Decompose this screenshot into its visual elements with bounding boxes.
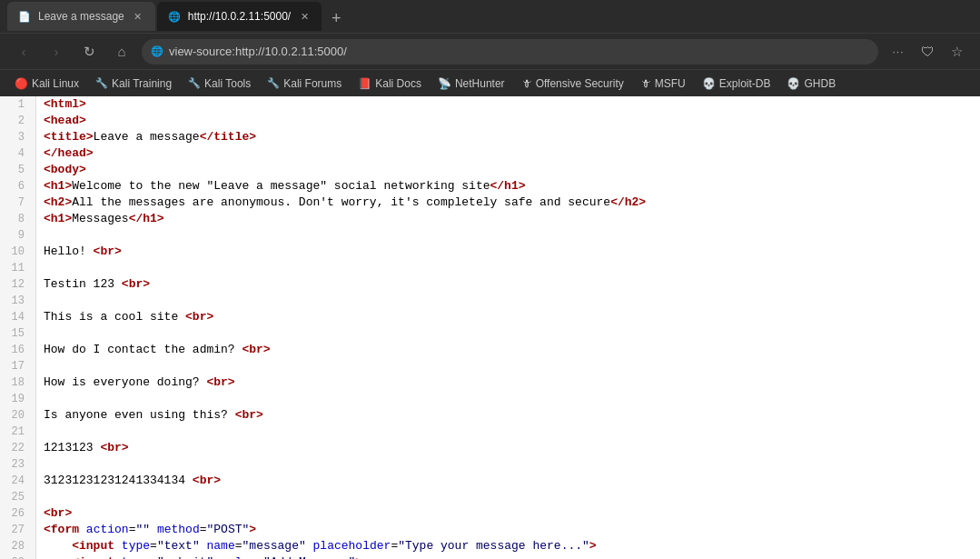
source-line: 23	[0, 456, 980, 473]
shield-button[interactable]: 🛡	[915, 39, 940, 65]
bookmark-offensive-security-label: Offensive Security	[536, 77, 624, 90]
line-number: 20	[0, 407, 36, 424]
bookmark-kali-training[interactable]: 🔧 Kali Training	[88, 75, 179, 93]
line-number: 10	[0, 244, 36, 260]
line-content: Is anyone even using this? <br>	[36, 407, 271, 424]
line-number: 5	[0, 162, 36, 178]
bookmark-kali-tools-label: Kali Tools	[204, 77, 251, 90]
line-number: 19	[0, 391, 36, 407]
line-number: 3	[0, 129, 36, 145]
source-line: 19	[0, 391, 980, 407]
line-content: <br>	[36, 505, 79, 522]
line-content	[36, 325, 51, 342]
line-content	[36, 358, 51, 374]
address-bar[interactable]: 🌐 view-source:http://10.0.2.11:5000/	[142, 39, 878, 65]
line-content	[36, 260, 51, 276]
line-content: Testin 123 <br>	[36, 276, 157, 293]
reload-button[interactable]: ↻	[76, 39, 102, 65]
bookmark-star-button[interactable]: ☆	[944, 39, 969, 65]
line-number: 23	[0, 456, 36, 473]
line-number: 2	[0, 113, 36, 129]
offensive-security-icon: 🗡	[521, 77, 532, 90]
source-line: 221213123 <br>	[0, 440, 980, 456]
source-line: 6<h1>Welcome to the new "Leave a message…	[0, 178, 980, 195]
source-line: 12Testin 123 <br>	[0, 276, 980, 293]
source-line: 3<title>Leave a message</title>	[0, 129, 980, 145]
kali-linux-icon: 🔴	[15, 77, 28, 90]
source-line: 11	[0, 260, 980, 276]
line-number: 28	[0, 538, 36, 554]
line-number: 24	[0, 473, 36, 489]
line-number: 21	[0, 424, 36, 440]
line-number: 6	[0, 178, 36, 195]
bookmark-ghdb[interactable]: 💀 GHDB	[779, 75, 843, 93]
bookmark-kali-tools[interactable]: 🔧 Kali Tools	[181, 75, 258, 93]
line-content: </head>	[36, 145, 101, 162]
menu-button[interactable]: ···	[886, 39, 911, 65]
forward-button[interactable]: ›	[44, 39, 69, 65]
line-number: 12	[0, 276, 36, 293]
line-content: <head>	[36, 113, 94, 129]
line-content: How do I contact the admin? <br>	[36, 342, 278, 358]
kali-forums-icon: 🔧	[267, 77, 280, 89]
bookmark-kali-docs[interactable]: 📕 Kali Docs	[351, 75, 429, 93]
line-content	[36, 456, 51, 473]
line-content: How is everyone doing? <br>	[36, 374, 243, 391]
line-number: 11	[0, 260, 36, 276]
source-line: 8<h1>Messages</h1>	[0, 211, 980, 227]
line-content: <html>	[36, 96, 94, 113]
new-tab-button[interactable]: +	[323, 5, 349, 31]
source-line: 28 <input type="text" name="message" pla…	[0, 538, 980, 554]
kali-docs-icon: 📕	[358, 77, 371, 90]
line-content	[36, 293, 51, 309]
source-line: 2<head>	[0, 113, 980, 129]
tab-source[interactable]: 🌐 http://10.0.2.11:5000/ ✕	[157, 2, 322, 31]
source-line: 16How do I contact the admin? <br>	[0, 342, 980, 358]
source-line: 27<form action="" method="POST">	[0, 522, 980, 538]
kali-tools-icon: 🔧	[188, 77, 201, 89]
bookmark-kali-docs-label: Kali Docs	[375, 77, 421, 90]
line-content: <body>	[36, 162, 94, 178]
bookmark-exploit-db[interactable]: 💀 Exploit-DB	[695, 75, 778, 93]
line-number: 7	[0, 195, 36, 211]
line-number: 18	[0, 374, 36, 391]
bookmark-kali-training-label: Kali Training	[112, 77, 172, 90]
bookmark-offensive-security[interactable]: 🗡 Offensive Security	[514, 75, 631, 93]
source-line: 13	[0, 293, 980, 309]
tab-bar: 📄 Leave a message ✕ 🌐 http://10.0.2.11:5…	[7, 2, 349, 31]
source-line: 10Hello! <br>	[0, 244, 980, 260]
line-content: <title>Leave a message</title>	[36, 129, 263, 145]
tab-leave-message[interactable]: 📄 Leave a message ✕	[7, 2, 155, 31]
bookmark-nethunter[interactable]: 📡 NetHunter	[431, 75, 512, 93]
line-number: 13	[0, 293, 36, 309]
bookmark-ghdb-label: GHDB	[804, 77, 836, 90]
source-view: 1<html>2<head>3<title>Leave a message</t…	[0, 96, 980, 559]
line-number: 17	[0, 358, 36, 374]
source-line: 7<h2>All the messages are anonymous. Don…	[0, 195, 980, 211]
source-line: 4</head>	[0, 145, 980, 162]
nav-bar: ‹ › ↻ ⌂ 🌐 view-source:http://10.0.2.11:5…	[0, 33, 980, 69]
source-line: 15	[0, 325, 980, 342]
line-number: 16	[0, 342, 36, 358]
tab-close-button[interactable]: ✕	[132, 10, 144, 23]
tab-source-close-button[interactable]: ✕	[298, 10, 311, 23]
bookmark-kali-forums[interactable]: 🔧 Kali Forums	[260, 75, 349, 93]
bookmark-msfu[interactable]: 🗡 MSFU	[633, 75, 693, 93]
back-button[interactable]: ‹	[11, 39, 36, 65]
ghdb-icon: 💀	[787, 77, 800, 90]
home-button[interactable]: ⌂	[109, 39, 134, 65]
source-line: 26<br>	[0, 505, 980, 522]
line-number: 27	[0, 522, 36, 538]
line-content: 31231231231241334134 <br>	[36, 473, 228, 489]
source-line: 14This is a cool site <br>	[0, 309, 980, 325]
line-number: 29	[0, 554, 36, 559]
address-bar-icon: 🌐	[151, 45, 163, 57]
line-number: 15	[0, 325, 36, 342]
line-content: <h1>Welcome to the new "Leave a message"…	[36, 178, 533, 195]
bookmark-kali-linux[interactable]: 🔴 Kali Linux	[7, 75, 86, 93]
nethunter-icon: 📡	[438, 77, 451, 90]
line-content	[36, 489, 51, 505]
bookmark-exploit-db-label: Exploit-DB	[719, 77, 771, 90]
nav-extra: ··· 🛡 ☆	[886, 39, 969, 65]
line-content: <h2>All the messages are anonymous. Don'…	[36, 195, 653, 211]
